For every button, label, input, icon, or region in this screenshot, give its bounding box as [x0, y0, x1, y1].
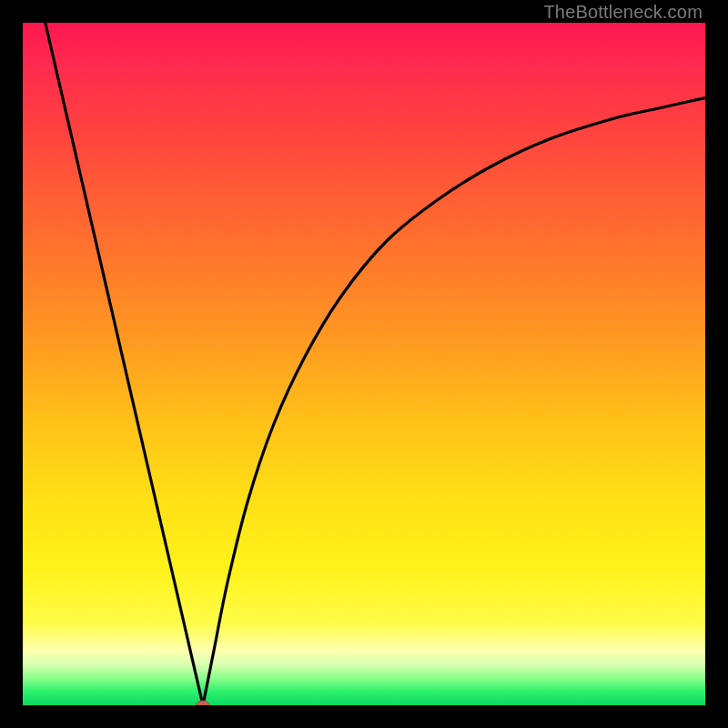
- chart-container: TheBottleneck.com: [0, 0, 728, 728]
- bottleneck-curve-path: [46, 23, 705, 705]
- optimal-point-marker: [197, 701, 209, 705]
- attribution-text: TheBottleneck.com: [543, 2, 703, 23]
- bottleneck-curve: [23, 23, 705, 705]
- plot-frame: [23, 23, 705, 705]
